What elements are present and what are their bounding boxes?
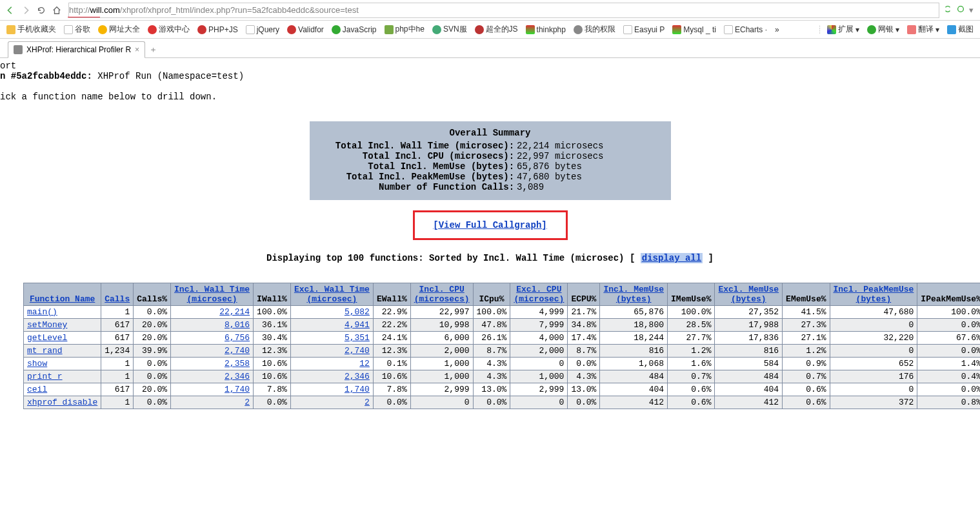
data-cell: 816 — [600, 345, 668, 358]
display-all-link[interactable]: display all — [641, 253, 703, 263]
tab-active[interactable]: XHProf: Hierarchical Profiler R × — [8, 41, 145, 58]
sort-link[interactable]: Excl. CPU(microsec) — [514, 285, 564, 304]
value-link[interactable]: 2,346 — [225, 372, 250, 381]
sort-link[interactable]: Calls — [105, 294, 130, 304]
sort-link[interactable]: Incl. MemUse(bytes) — [603, 285, 664, 304]
data-cell: 404 — [600, 383, 668, 396]
bank-button[interactable]: 网银 ▾ — [865, 23, 902, 36]
back-button[interactable] — [3, 3, 18, 18]
grid-icon — [827, 25, 836, 34]
data-cell: 28.5% — [668, 319, 715, 332]
bookmark-item[interactable]: thinkphp — [523, 24, 568, 35]
translate-button[interactable]: 翻译 ▾ — [905, 23, 942, 36]
php-icon — [197, 25, 206, 34]
data-cell: 2 — [171, 396, 254, 409]
sort-link[interactable]: Excl. Wall Time(microsec) — [294, 285, 370, 304]
bookmark-item[interactable]: SVN服 — [430, 23, 470, 36]
sort-link[interactable]: Incl. CPU(microsecs) — [414, 285, 470, 304]
close-icon[interactable]: × — [135, 45, 139, 54]
value-link[interactable]: 1,740 — [345, 385, 370, 394]
data-cell: 1 — [101, 396, 134, 409]
value-link[interactable]: 2,358 — [225, 359, 250, 369]
bookmark-item[interactable]: 谷歌 — [61, 23, 93, 36]
bookmark-item[interactable]: 超全的JS — [472, 23, 521, 36]
url-bar[interactable]: http://will.com/xhprof/xhprof_html/index… — [68, 3, 939, 18]
data-cell: 0.0% — [134, 358, 171, 370]
home-button[interactable] — [49, 3, 65, 18]
data-cell: 1,000 — [410, 358, 473, 370]
value-link[interactable]: 5,082 — [345, 307, 370, 317]
value-link[interactable]: 8,016 — [225, 320, 250, 330]
app-icon[interactable] — [956, 5, 965, 15]
function-link[interactable]: print_r — [27, 372, 63, 381]
value-link[interactable]: 2 — [245, 398, 250, 407]
data-cell: 10.6% — [373, 370, 410, 383]
data-cell: 176 — [830, 370, 917, 383]
data-cell: 65,876 — [600, 306, 668, 319]
function-link[interactable]: main() — [27, 307, 57, 317]
function-link[interactable]: show — [27, 359, 47, 369]
function-link[interactable]: ceil — [27, 385, 47, 394]
bookmarks-folder[interactable]: 手机收藏夹 — [4, 23, 59, 36]
data-cell: 22,997 — [410, 306, 473, 319]
data-cell: 0.7% — [783, 370, 830, 383]
bookmark-item[interactable]: ECharts · — [721, 24, 770, 35]
data-cell: 10.6% — [254, 370, 291, 383]
data-cell: 13.0% — [473, 383, 510, 396]
value-link[interactable]: 2,740 — [225, 346, 250, 356]
data-cell: 26.1% — [473, 332, 510, 345]
dropdown-icon[interactable]: ▾ — [969, 5, 974, 15]
bookmark-item[interactable]: Easyui P — [621, 24, 667, 35]
col-header: ECPU% — [568, 283, 600, 306]
data-cell: 1,068 — [600, 358, 668, 370]
value-link[interactable]: 12 — [359, 359, 370, 369]
bookmark-item[interactable]: Mysql _ ti — [670, 24, 719, 35]
sort-link[interactable]: Incl. Wall Time(microsec) — [174, 285, 250, 304]
bookmark-item[interactable]: JavaScrip — [329, 24, 379, 35]
data-cell: 1 — [101, 358, 134, 370]
bookmark-item[interactable]: 我的权限 — [571, 23, 618, 36]
snip-button[interactable]: 截图 — [945, 23, 976, 36]
summary-key: Total Incl. PeakMemUse (bytes): — [323, 172, 517, 182]
url-protocol: http:// — [69, 5, 90, 15]
url-path: /xhprof/xhprof_html/index.php?run=5a2fca… — [120, 5, 359, 15]
bookmark-item[interactable]: php中he — [382, 23, 427, 36]
value-link[interactable]: 22,214 — [219, 307, 250, 317]
view-callgraph-link[interactable]: [View Full Callgraph] — [433, 220, 546, 230]
forward-button[interactable] — [18, 3, 34, 18]
sync-icon[interactable] — [943, 5, 952, 15]
function-link[interactable]: xhprof_disable — [27, 398, 97, 407]
bookmark-item[interactable]: Validfor — [285, 24, 326, 35]
value-link[interactable]: 1,740 — [225, 385, 250, 394]
data-cell: 36.1% — [254, 319, 291, 332]
bookmark-item[interactable]: jQuery — [243, 24, 282, 35]
value-link[interactable]: 5,351 — [345, 333, 370, 343]
value-link[interactable]: 4,941 — [345, 320, 370, 330]
value-link[interactable]: 2,346 — [345, 372, 370, 381]
reload-button[interactable] — [34, 3, 49, 18]
function-link[interactable]: mt_rand — [27, 346, 63, 356]
bookmark-item[interactable]: 网址大全 — [95, 23, 143, 36]
col-header: Excl. MemUse(bytes) — [715, 283, 783, 306]
data-cell: 27.3% — [783, 319, 830, 332]
extensions-button[interactable]: 扩展 ▾ — [825, 23, 862, 36]
function-link[interactable]: setMoney — [27, 320, 67, 330]
sort-link[interactable]: Incl. PeakMemUse(bytes) — [834, 285, 914, 304]
data-cell: 617 — [101, 319, 134, 332]
value-link[interactable]: 2,740 — [345, 346, 370, 356]
data-cell: 1.2% — [783, 345, 830, 358]
function-link[interactable]: getLevel — [27, 333, 67, 343]
data-cell: 27.1% — [783, 332, 830, 345]
data-cell: 27.7% — [668, 332, 715, 345]
data-cell: 4,941 — [290, 319, 373, 332]
data-cell: 21.7% — [568, 306, 600, 319]
value-link[interactable]: 2 — [365, 398, 370, 407]
bookmark-item[interactable]: PHP+JS — [195, 24, 241, 35]
new-tab-button[interactable]: ＋ — [145, 42, 161, 57]
bookmark-more[interactable]: » — [772, 24, 782, 35]
summary-key: Total Incl. CPU (microsecs): — [323, 151, 517, 161]
sort-link[interactable]: Excl. MemUse(bytes) — [718, 285, 779, 304]
value-link[interactable]: 6,756 — [225, 333, 250, 343]
bookmark-item[interactable]: 游戏中心 — [145, 23, 192, 36]
sort-link[interactable]: Function Name — [30, 294, 95, 304]
